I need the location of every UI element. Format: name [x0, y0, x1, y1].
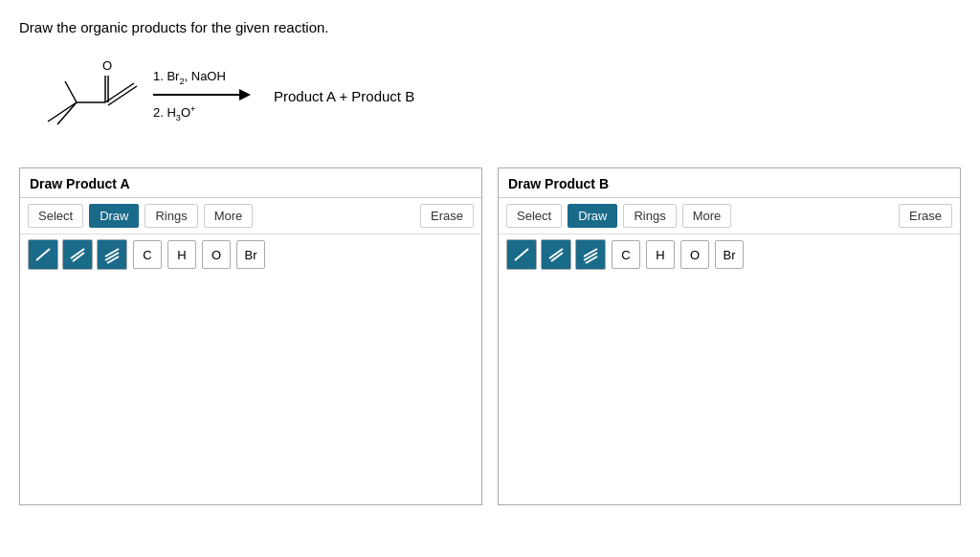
- svg-line-19: [584, 253, 597, 260]
- single-bond-icon: [33, 245, 53, 264]
- svg-line-8: [65, 81, 77, 102]
- svg-line-18: [584, 249, 597, 256]
- panel-a-rings-button[interactable]: Rings: [145, 204, 197, 228]
- panel-a-bromine-button[interactable]: Br: [236, 240, 265, 269]
- reaction-area: O 1. Br2, NaOH 2. H3O+ Product A + Produ…: [19, 53, 961, 139]
- conditions-1: 1. Br2, NaOH: [153, 69, 226, 86]
- svg-text:O: O: [102, 58, 112, 73]
- panel-a-draw-button[interactable]: Draw: [89, 204, 139, 228]
- conditions-2: 2. H3O+: [153, 104, 195, 123]
- svg-line-12: [105, 249, 119, 256]
- panel-b-erase-button[interactable]: Erase: [899, 204, 952, 228]
- panel-b-title: Draw Product B: [499, 168, 960, 198]
- panel-b-draw-button[interactable]: Draw: [568, 204, 617, 228]
- single-bond-icon: [512, 245, 531, 264]
- svg-line-9: [36, 249, 50, 260]
- panel-a-double-bond-button[interactable]: [62, 239, 93, 270]
- panel-a-erase-button[interactable]: Erase: [420, 204, 474, 228]
- panel-b-select-button[interactable]: Select: [506, 204, 562, 228]
- instruction-text: Draw the organic products for the given …: [19, 19, 961, 35]
- panel-a-triple-bond-button[interactable]: [97, 239, 127, 270]
- panel-a-canvas[interactable]: [20, 275, 481, 504]
- panel-b-rings-button[interactable]: Rings: [623, 204, 676, 228]
- svg-line-15: [515, 249, 528, 260]
- panel-b-toolbar: Select Draw Rings More Erase: [499, 198, 960, 234]
- panel-a-bond-toolbar: C H O Br: [20, 234, 481, 275]
- panel-b-more-button[interactable]: More: [682, 204, 732, 228]
- svg-line-2: [105, 83, 134, 102]
- drawers-row: Draw Product A Select Draw Rings More Er…: [19, 167, 961, 505]
- panel-a-hydrogen-button[interactable]: H: [167, 240, 196, 269]
- svg-line-3: [108, 86, 137, 105]
- panel-b-oxygen-button[interactable]: O: [680, 240, 709, 269]
- double-bond-icon: [546, 245, 566, 264]
- product-label: Product A + Product B: [274, 88, 414, 104]
- triple-bond-icon: [581, 245, 600, 264]
- arrow-line: [153, 89, 251, 100]
- panel-b-single-bond-button[interactable]: [506, 239, 537, 270]
- panel-a-select-button[interactable]: Select: [28, 204, 83, 228]
- panel-b-bond-toolbar: C H O Br: [499, 234, 960, 275]
- panel-a-carbon-button[interactable]: C: [133, 240, 162, 269]
- panel-b-canvas[interactable]: [499, 275, 960, 504]
- panel-a-oxygen-button[interactable]: O: [202, 240, 231, 269]
- panel-b-bromine-button[interactable]: Br: [715, 240, 744, 269]
- double-bond-icon: [68, 245, 87, 264]
- panel-b-hydrogen-button[interactable]: H: [646, 240, 675, 269]
- molecule-svg: O: [29, 53, 144, 139]
- panel-a-more-button[interactable]: More: [204, 204, 254, 228]
- draw-panel-a: Draw Product A Select Draw Rings More Er…: [19, 167, 482, 505]
- panel-a-toolbar: Select Draw Rings More Erase: [20, 198, 481, 234]
- draw-panel-b: Draw Product B Select Draw Rings More Er…: [498, 167, 961, 505]
- panel-b-double-bond-button[interactable]: [541, 239, 571, 270]
- panel-b-triple-bond-button[interactable]: [575, 239, 606, 270]
- svg-line-13: [105, 253, 119, 260]
- panel-a-single-bond-button[interactable]: [28, 239, 58, 270]
- panel-b-carbon-button[interactable]: C: [612, 240, 640, 269]
- reaction-arrow-area: 1. Br2, NaOH 2. H3O+: [153, 69, 251, 123]
- triple-bond-icon: [102, 245, 122, 264]
- panel-a-title: Draw Product A: [20, 168, 481, 198]
